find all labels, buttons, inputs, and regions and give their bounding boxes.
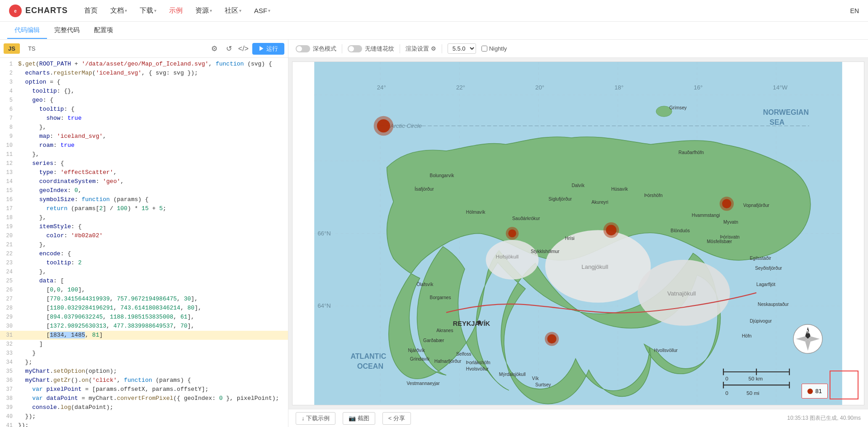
- code-line-7: 7 show: true: [0, 114, 288, 123]
- code-area[interactable]: 1 $.get(ROOT_PATH + '/data/asset/geo/Map…: [0, 58, 288, 427]
- code-line-10: 10 roam: true: [0, 141, 288, 150]
- code-line-36: 36 myChart.getZr().on('click', function …: [0, 376, 288, 385]
- code-line-16: 16 symbolSize: function (params) {: [0, 195, 288, 204]
- svg-text:Vestmannaeyjar: Vestmannaeyjar: [407, 381, 440, 386]
- tab-code-edit[interactable]: 代码编辑: [7, 23, 47, 39]
- code-line-32: 32 ]: [0, 340, 288, 349]
- code-line-41: 41 });: [0, 421, 288, 427]
- svg-text:50 mi: 50 mi: [746, 390, 760, 396]
- svg-text:Hafnarfjörður: Hafnarfjörður: [434, 359, 462, 364]
- svg-point-34: [477, 320, 481, 324]
- svg-text:Grindavík: Grindavík: [410, 357, 430, 361]
- svg-text:0: 0: [725, 375, 728, 381]
- svg-text:Garðabær: Garðabær: [423, 338, 444, 343]
- code-line-35: 35 myChart.setOption(option);: [0, 367, 288, 376]
- svg-point-31: [486, 240, 539, 280]
- svg-text:Borgarnes: Borgarnes: [430, 295, 451, 300]
- version-select[interactable]: 5.5.0 5.4.0 5.3.0: [448, 43, 476, 54]
- lang-tab-js[interactable]: JS: [4, 43, 20, 54]
- code-line-4: 4 tooltip: {},: [0, 87, 288, 96]
- nightly-check-input[interactable]: [481, 46, 487, 52]
- theme-label: 渲染设置 ⚙: [406, 45, 436, 53]
- svg-text:Myvatn: Myvatn: [723, 220, 738, 225]
- tab-config[interactable]: 配置项: [87, 23, 120, 39]
- code-line-6: 6 tooltip: {: [0, 105, 288, 114]
- svg-text:22°: 22°: [456, 84, 465, 91]
- nav-item-community[interactable]: 社区 ▾: [219, 5, 247, 17]
- svg-text:Sauðárkrókur: Sauðárkrókur: [512, 216, 540, 221]
- svg-text:Þorlákshöfn: Þorlákshöfn: [466, 360, 491, 365]
- svg-text:Mösfellsbær: Mösfellsbær: [707, 239, 732, 244]
- download-button[interactable]: ↓ 下载示例: [296, 412, 335, 425]
- svg-text:Þórísvatn: Þórísvatn: [720, 235, 740, 239]
- share-button[interactable]: < 分享: [382, 412, 411, 425]
- code-line-5: 5 geo: {: [0, 96, 288, 105]
- code-line-34: 34 };: [0, 358, 288, 367]
- code-icon[interactable]: </>: [238, 43, 249, 54]
- svg-text:Lagarfljót: Lagarfljót: [756, 282, 775, 287]
- svg-text:SEA: SEA: [769, 118, 784, 126]
- code-line-19: 19 itemStyle: {: [0, 222, 288, 231]
- nav-items: 首页 文档 ▾ 下载 ▾ 示例 资源 ▾ 社区 ▾ ASF ▾: [79, 5, 276, 17]
- svg-text:Hvollsvöllur: Hvollsvöllur: [654, 348, 678, 353]
- status-text: 10:35:13 图表已生成, 40.90ms: [787, 414, 861, 422]
- svg-point-96: [508, 230, 516, 238]
- svg-text:Hofsjökull: Hofsjökull: [496, 253, 519, 259]
- chevron-down-icon: ▾: [239, 8, 241, 13]
- svg-text:NORWEGIAN: NORWEGIAN: [763, 108, 809, 116]
- code-line-31: 31 [1834, 1485, 81]: [0, 331, 288, 340]
- svg-text:e: e: [14, 9, 17, 14]
- screenshot-button[interactable]: 📷 截图: [343, 412, 375, 425]
- settings-icon[interactable]: ⚙: [209, 43, 220, 54]
- nav-item-resources[interactable]: 资源 ▾: [190, 5, 217, 17]
- svg-text:Akranes: Akranes: [436, 328, 453, 333]
- chart-area[interactable]: NORWEGIAN SEA ATLANTIC OCEAN Arctic Circ…: [292, 61, 864, 405]
- dark-mode-switch[interactable]: [296, 45, 310, 52]
- svg-text:Húsavík: Húsavík: [611, 187, 628, 192]
- separator-1: [342, 44, 342, 53]
- logo[interactable]: e ECHARTS: [9, 5, 68, 17]
- nav-item-docs[interactable]: 文档 ▾: [105, 5, 132, 17]
- chart-legend: 81: [802, 384, 828, 399]
- nav-item-examples[interactable]: 示例: [164, 5, 188, 17]
- svg-text:N: N: [807, 329, 810, 334]
- svg-point-94: [377, 119, 390, 132]
- svg-text:Hrísi: Hrísi: [565, 236, 575, 241]
- seamless-switch[interactable]: [348, 45, 362, 52]
- legend-value: 81: [816, 388, 822, 394]
- nav-item-download[interactable]: 下载 ▾: [134, 5, 162, 17]
- lang-switch[interactable]: EN: [850, 7, 859, 14]
- chevron-down-icon: ▾: [210, 8, 212, 13]
- nightly-checkbox[interactable]: Nightly: [481, 45, 507, 52]
- nav-item-home[interactable]: 首页: [79, 5, 103, 17]
- logo-text: ECHARTS: [25, 6, 68, 15]
- code-line-20: 20 color: '#b02a02': [0, 231, 288, 240]
- svg-text:66°N: 66°N: [317, 230, 330, 237]
- code-line-14: 14 coordinateSystem: 'geo',: [0, 177, 288, 186]
- svg-text:0: 0: [725, 390, 728, 396]
- theme-setting[interactable]: 渲染设置 ⚙: [406, 45, 436, 53]
- top-nav: e ECHARTS 首页 文档 ▾ 下载 ▾ 示例 资源 ▾ 社区 ▾ ASF …: [0, 0, 868, 22]
- dark-mode-toggle[interactable]: 深色模式: [296, 45, 336, 53]
- chevron-down-icon: ▾: [268, 8, 270, 13]
- code-line-29: 29 [894.03790632245, 1188.1985153835008,…: [0, 313, 288, 322]
- svg-text:Seyðisfjörður: Seyðisfjörður: [755, 266, 782, 271]
- code-line-39: 39 console.log(dataPoint);: [0, 403, 288, 412]
- svg-point-100: [547, 334, 556, 343]
- code-line-11: 11 },: [0, 150, 288, 159]
- svg-point-102: [722, 199, 731, 208]
- svg-text:OCEAN: OCEAN: [357, 362, 383, 370]
- lang-tab-ts[interactable]: TS: [24, 43, 40, 54]
- svg-text:Vík: Vík: [532, 376, 539, 381]
- tab-full-code[interactable]: 完整代码: [47, 23, 87, 39]
- svg-text:Vopnafjörður: Vopnafjörður: [743, 203, 769, 208]
- code-toolbar: JS TS ⚙ ↺ </> ▶ 运行: [0, 40, 288, 58]
- run-button[interactable]: ▶ 运行: [252, 43, 284, 55]
- nav-item-asf[interactable]: ASF ▾: [249, 5, 276, 16]
- left-panel: JS TS ⚙ ↺ </> ▶ 运行 1 $.get(ROOT_PATH + '…: [0, 40, 288, 427]
- refresh-icon[interactable]: ↺: [223, 43, 234, 54]
- seamless-toggle[interactable]: 无缝缝花纹: [348, 45, 394, 53]
- code-line-33: 33 }: [0, 349, 288, 358]
- code-line-38: 38 var dataPoint = myChart.convertFromPi…: [0, 394, 288, 403]
- svg-text:Dalvík: Dalvík: [571, 183, 585, 188]
